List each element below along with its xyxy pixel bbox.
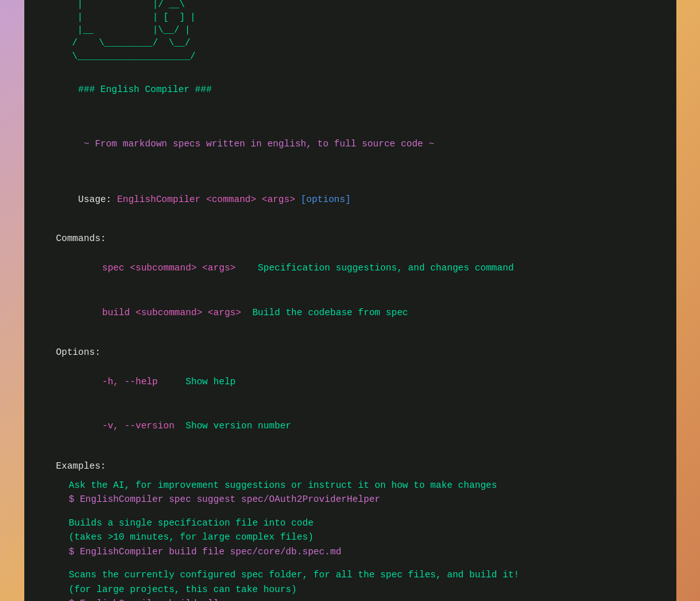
usage-section: Usage: EnglishCompiler <command> <args> … [56, 178, 644, 221]
cmd-spec: spec <subcommand> <args> [102, 263, 236, 273]
commands-section: Commands: spec <subcommand> <args> Speci… [56, 231, 644, 335]
example-1-cmd: $ EnglishCompiler spec suggest spec/OAut… [56, 492, 644, 506]
examples-label: Examples: [56, 459, 644, 473]
terminal-window: ) ( ) ( ( ( ) ( ( ) ) _______________ < … [24, 0, 676, 601]
cmd-build-desc: Build the codebase from spec [241, 308, 408, 318]
ascii-art: ) ( ) ( ( ( ) ( ( ) ) _______________ < … [56, 0, 644, 63]
cmd-spec-line: spec <subcommand> <args> Specification s… [56, 246, 644, 291]
option-help-desc: Show help [180, 377, 236, 387]
commands-label: Commands: [56, 231, 644, 246]
cmd-build-line: build <subcommand> <args> Build the code… [56, 290, 644, 335]
options-label: Options: [56, 345, 644, 359]
cmd-spec-desc: Specification suggestions, and changes c… [236, 263, 514, 273]
title-text: ### English Compiler ### [78, 84, 212, 95]
usage-options: [options] [300, 194, 350, 205]
example-2-cmd: $ EnglishCompiler build file spec/core/d… [56, 545, 644, 559]
title-line: ### English Compiler ### [56, 68, 644, 113]
tagline: ~ From markdown specs written in english… [56, 123, 644, 166]
tagline-text: ~ From markdown specs written in english… [78, 139, 434, 149]
cmd-build: build <subcommand> <args> [102, 308, 242, 318]
example-3: Scans the currently configured spec fold… [56, 568, 644, 601]
example-3-desc: Scans the currently configured spec fold… [56, 568, 644, 597]
example-1-desc: Ask the AI, for improvement suggestions … [56, 478, 644, 492]
option-help-flag: -h, --help [102, 377, 180, 387]
options-section: Options: -h, --help Show help -v, --vers… [56, 345, 644, 449]
option-version-line: -v, --version Show version number [56, 404, 644, 449]
examples-section: Examples: Ask the AI, for improvement su… [56, 459, 644, 601]
option-version-desc: Show version number [180, 421, 292, 431]
example-2: Builds a single specification file into … [56, 516, 644, 559]
usage-label: Usage: [78, 194, 111, 205]
option-help-line: -h, --help Show help [56, 359, 644, 404]
usage-command: EnglishCompiler <command> <args> [117, 194, 295, 205]
example-2-desc: Builds a single specification file into … [56, 516, 644, 545]
example-3-cmd: $ EnglishCompiler build all [56, 597, 644, 601]
option-version-flag: -v, --version [102, 421, 180, 431]
example-1: Ask the AI, for improvement suggestions … [56, 478, 644, 507]
